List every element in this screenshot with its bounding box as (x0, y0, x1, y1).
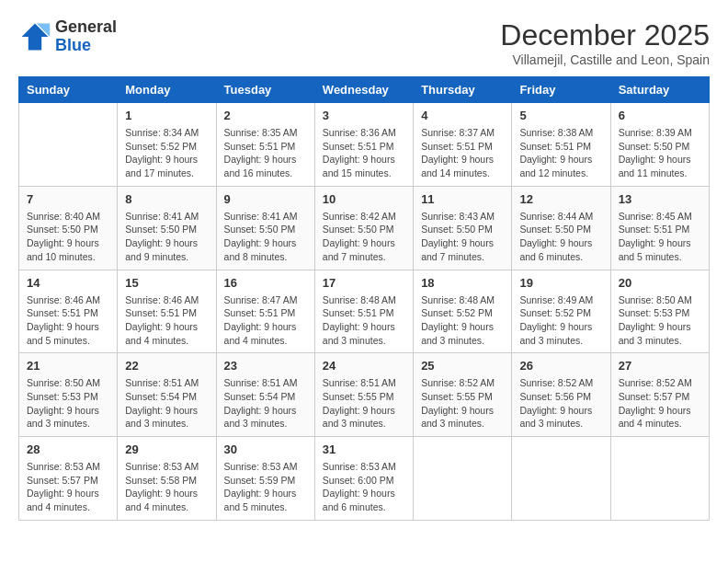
day-number: 6 (619, 109, 701, 122)
day-info: Sunrise: 8:53 AM Sunset: 5:59 PM Dayligh… (224, 460, 307, 514)
calendar-week-row: 1Sunrise: 8:34 AM Sunset: 5:52 PM Daylig… (19, 103, 710, 187)
weekday-header: Friday (512, 77, 610, 103)
day-info: Sunrise: 8:39 AM Sunset: 5:50 PM Dayligh… (619, 126, 701, 180)
day-info: Sunrise: 8:51 AM Sunset: 5:55 PM Dayligh… (323, 376, 405, 431)
calendar-cell (19, 103, 118, 187)
location-subtitle: Villamejil, Castille and Leon, Spain (500, 52, 710, 67)
day-info: Sunrise: 8:41 AM Sunset: 5:50 PM Dayligh… (125, 210, 208, 264)
calendar-week-row: 21Sunrise: 8:50 AM Sunset: 5:53 PM Dayli… (19, 353, 710, 437)
calendar-cell: 10Sunrise: 8:42 AM Sunset: 5:50 PM Dayli… (314, 186, 413, 270)
calendar-cell: 5Sunrise: 8:38 AM Sunset: 5:51 PM Daylig… (512, 103, 610, 187)
day-number: 31 (323, 442, 405, 456)
day-number: 14 (27, 276, 109, 290)
day-number: 8 (125, 192, 208, 206)
day-info: Sunrise: 8:47 AM Sunset: 5:51 PM Dayligh… (224, 293, 307, 348)
day-number: 29 (125, 442, 208, 456)
calendar-cell: 8Sunrise: 8:41 AM Sunset: 5:50 PM Daylig… (118, 186, 216, 270)
calendar-cell (512, 437, 610, 521)
day-number: 13 (619, 192, 701, 206)
weekday-header: Saturday (610, 77, 709, 103)
calendar-body: 1Sunrise: 8:34 AM Sunset: 5:52 PM Daylig… (19, 103, 710, 521)
day-number: 4 (421, 109, 504, 122)
day-number: 16 (224, 276, 307, 290)
day-number: 25 (421, 359, 504, 373)
day-info: Sunrise: 8:46 AM Sunset: 5:51 PM Dayligh… (125, 293, 208, 348)
day-info: Sunrise: 8:40 AM Sunset: 5:50 PM Dayligh… (27, 210, 109, 264)
calendar-cell: 3Sunrise: 8:36 AM Sunset: 5:51 PM Daylig… (314, 103, 413, 187)
day-number: 19 (519, 276, 602, 290)
day-number: 20 (619, 276, 701, 290)
calendar-cell: 21Sunrise: 8:50 AM Sunset: 5:53 PM Dayli… (19, 353, 118, 437)
day-number: 23 (224, 359, 307, 373)
weekday-header-row: SundayMondayTuesdayWednesdayThursdayFrid… (19, 77, 710, 103)
calendar-cell: 20Sunrise: 8:50 AM Sunset: 5:53 PM Dayli… (610, 270, 709, 353)
day-info: Sunrise: 8:35 AM Sunset: 5:51 PM Dayligh… (224, 126, 307, 180)
calendar-cell: 22Sunrise: 8:51 AM Sunset: 5:54 PM Dayli… (118, 353, 216, 437)
day-number: 1 (125, 109, 208, 122)
calendar-cell: 6Sunrise: 8:39 AM Sunset: 5:50 PM Daylig… (610, 103, 709, 187)
weekday-header: Wednesday (314, 77, 413, 103)
logo-text: General Blue (55, 18, 117, 55)
calendar-cell: 23Sunrise: 8:51 AM Sunset: 5:54 PM Dayli… (216, 353, 314, 437)
logo-icon (18, 20, 51, 53)
day-number: 26 (519, 359, 602, 373)
page-header: General Blue December 2025 Villamejil, C… (18, 18, 710, 67)
calendar-cell: 25Sunrise: 8:52 AM Sunset: 5:55 PM Dayli… (414, 353, 512, 437)
day-info: Sunrise: 8:42 AM Sunset: 5:50 PM Dayligh… (323, 210, 405, 264)
day-number: 24 (323, 359, 405, 373)
day-info: Sunrise: 8:48 AM Sunset: 5:51 PM Dayligh… (323, 293, 405, 348)
day-info: Sunrise: 8:53 AM Sunset: 6:00 PM Dayligh… (323, 460, 405, 514)
day-info: Sunrise: 8:53 AM Sunset: 5:58 PM Dayligh… (125, 460, 208, 514)
day-number: 11 (421, 192, 504, 206)
logo-blue: Blue (55, 37, 117, 55)
logo: General Blue (18, 18, 117, 55)
day-number: 22 (125, 359, 208, 373)
day-number: 12 (519, 192, 602, 206)
day-info: Sunrise: 8:41 AM Sunset: 5:50 PM Dayligh… (224, 210, 307, 264)
day-info: Sunrise: 8:52 AM Sunset: 5:57 PM Dayligh… (619, 376, 701, 431)
day-number: 10 (323, 192, 405, 206)
day-info: Sunrise: 8:49 AM Sunset: 5:52 PM Dayligh… (519, 293, 602, 348)
calendar-cell: 11Sunrise: 8:43 AM Sunset: 5:50 PM Dayli… (414, 186, 512, 270)
calendar-cell (610, 437, 709, 521)
day-number: 3 (323, 109, 405, 122)
day-number: 21 (27, 359, 109, 373)
calendar-week-row: 14Sunrise: 8:46 AM Sunset: 5:51 PM Dayli… (19, 270, 710, 353)
weekday-header: Sunday (19, 77, 118, 103)
calendar-cell: 9Sunrise: 8:41 AM Sunset: 5:50 PM Daylig… (216, 186, 314, 270)
calendar-cell: 26Sunrise: 8:52 AM Sunset: 5:56 PM Dayli… (512, 353, 610, 437)
day-info: Sunrise: 8:43 AM Sunset: 5:50 PM Dayligh… (421, 210, 504, 264)
day-number: 17 (323, 276, 405, 290)
calendar-cell: 27Sunrise: 8:52 AM Sunset: 5:57 PM Dayli… (610, 353, 709, 437)
calendar-cell: 15Sunrise: 8:46 AM Sunset: 5:51 PM Dayli… (118, 270, 216, 353)
calendar-cell: 12Sunrise: 8:44 AM Sunset: 5:50 PM Dayli… (512, 186, 610, 270)
calendar-cell: 16Sunrise: 8:47 AM Sunset: 5:51 PM Dayli… (216, 270, 314, 353)
day-number: 15 (125, 276, 208, 290)
calendar-cell (414, 437, 512, 521)
calendar-cell: 2Sunrise: 8:35 AM Sunset: 5:51 PM Daylig… (216, 103, 314, 187)
month-title: December 2025 (500, 18, 710, 52)
day-info: Sunrise: 8:52 AM Sunset: 5:56 PM Dayligh… (519, 376, 602, 431)
calendar-cell: 29Sunrise: 8:53 AM Sunset: 5:58 PM Dayli… (118, 437, 216, 521)
calendar-cell: 7Sunrise: 8:40 AM Sunset: 5:50 PM Daylig… (19, 186, 118, 270)
calendar-cell: 1Sunrise: 8:34 AM Sunset: 5:52 PM Daylig… (118, 103, 216, 187)
day-number: 28 (27, 442, 109, 456)
day-info: Sunrise: 8:48 AM Sunset: 5:52 PM Dayligh… (421, 293, 504, 348)
day-info: Sunrise: 8:50 AM Sunset: 5:53 PM Dayligh… (27, 376, 109, 431)
day-info: Sunrise: 8:34 AM Sunset: 5:52 PM Dayligh… (125, 126, 208, 180)
calendar-cell: 24Sunrise: 8:51 AM Sunset: 5:55 PM Dayli… (314, 353, 413, 437)
day-number: 5 (519, 109, 602, 122)
calendar-header: SundayMondayTuesdayWednesdayThursdayFrid… (19, 77, 710, 103)
title-area: December 2025 Villamejil, Castille and L… (500, 18, 710, 67)
day-info: Sunrise: 8:50 AM Sunset: 5:53 PM Dayligh… (619, 293, 701, 348)
day-info: Sunrise: 8:51 AM Sunset: 5:54 PM Dayligh… (224, 376, 307, 431)
weekday-header: Monday (118, 77, 216, 103)
day-number: 7 (27, 192, 109, 206)
day-info: Sunrise: 8:38 AM Sunset: 5:51 PM Dayligh… (519, 126, 602, 180)
day-info: Sunrise: 8:45 AM Sunset: 5:51 PM Dayligh… (619, 210, 701, 264)
calendar-table: SundayMondayTuesdayWednesdayThursdayFrid… (18, 76, 710, 521)
day-info: Sunrise: 8:37 AM Sunset: 5:51 PM Dayligh… (421, 126, 504, 180)
day-number: 9 (224, 192, 307, 206)
weekday-header: Tuesday (216, 77, 314, 103)
calendar-cell: 13Sunrise: 8:45 AM Sunset: 5:51 PM Dayli… (610, 186, 709, 270)
